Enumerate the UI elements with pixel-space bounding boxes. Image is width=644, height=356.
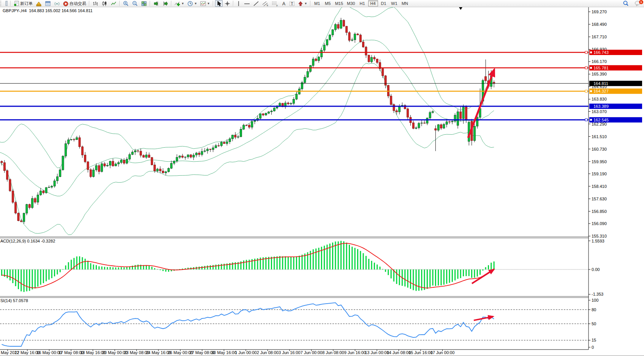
bar-chart-icon xyxy=(92,1,98,6)
horizontal-levels[interactable] xyxy=(0,51,589,121)
chart-shift-icon xyxy=(162,1,168,6)
templates-button[interactable]: ▼ xyxy=(199,0,211,7)
candles xyxy=(1,18,495,224)
horizontal-line-icon xyxy=(244,1,250,6)
price-tick: 167.710 xyxy=(592,35,607,39)
price-tick: 157.630 xyxy=(592,197,607,201)
notifications-button[interactable]: 1 xyxy=(633,0,642,7)
price-label-value: 162.545 xyxy=(593,118,609,122)
price-label-marker xyxy=(590,119,592,121)
zoom-in-button[interactable] xyxy=(122,0,130,7)
price-tick: 156.850 xyxy=(592,209,607,214)
toolbar-grip[interactable] xyxy=(0,1,3,6)
price-tick: 159.190 xyxy=(592,172,607,176)
cursor-icon xyxy=(216,1,222,6)
autotrade-label: 自动交易 xyxy=(70,1,86,6)
price-tick: 161.510 xyxy=(592,134,607,139)
time-label: 2 Jun 08:00 xyxy=(257,350,279,355)
clipped-toolbar-icon[interactable] xyxy=(3,0,9,7)
timeframe-button-H1[interactable]: H1 xyxy=(358,0,367,6)
chart-canvas[interactable]: 169.270168.490167.710166.930166.170165.3… xyxy=(0,0,644,356)
horizontal-line-tool-button[interactable] xyxy=(243,0,251,7)
new-order-button[interactable]: 新订单 xyxy=(13,0,34,7)
rsi-line xyxy=(2,303,494,347)
level-endpoint-marker[interactable] xyxy=(585,90,587,92)
price-label-marker xyxy=(590,67,592,69)
toolbar-separator xyxy=(119,1,120,6)
autotrade-button[interactable]: 自动交易 xyxy=(62,0,87,7)
price-label-value: 165.781 xyxy=(593,66,609,70)
timeframe-button-M5[interactable]: M5 xyxy=(323,0,333,6)
price-tick: 163.830 xyxy=(592,97,607,101)
time-label: 14 Jun 08:00 xyxy=(387,350,411,355)
text-tool-button[interactable]: A xyxy=(280,0,287,7)
price-tick: 168.490 xyxy=(592,22,607,27)
macd-tick: -1.353 xyxy=(592,292,603,296)
data-window-button[interactable] xyxy=(44,0,52,7)
periods-button[interactable]: ▼ xyxy=(186,0,198,7)
level-endpoint-marker[interactable] xyxy=(585,119,587,121)
time-axis[interactable]: May 202212 May 16:0016 May 00:0017 May 0… xyxy=(1,350,454,355)
rsi-tick: 15 xyxy=(592,338,596,342)
channel-tool-button[interactable]: E xyxy=(261,0,270,7)
market-watch-button[interactable] xyxy=(35,0,43,7)
indicators-button[interactable]: ▼ xyxy=(173,0,185,7)
data-window-icon xyxy=(45,1,51,6)
price-tick: 156.090 xyxy=(592,221,607,226)
svg-text:E: E xyxy=(267,4,268,6)
auto-scroll-button[interactable] xyxy=(152,0,160,7)
price-axis[interactable]: 169.270168.490167.710166.930166.170165.3… xyxy=(589,9,642,350)
toolbar-separator xyxy=(213,1,214,6)
rsi-tick: 0 xyxy=(592,345,594,350)
timeframe-button-MN[interactable]: MN xyxy=(400,0,410,6)
macd-indicator-label: ACD(12,26,9) 0.1634 -0.3282 xyxy=(0,239,55,243)
timeframe-button-W1[interactable]: W1 xyxy=(389,0,399,6)
price-label-value: 166.743 xyxy=(593,50,609,55)
line-chart-button[interactable] xyxy=(109,0,118,7)
fibonacci-tool-button[interactable]: F xyxy=(271,0,279,7)
crosshair-tool-button[interactable] xyxy=(223,0,231,7)
search-icon xyxy=(623,0,629,6)
timeframe-button-M15[interactable]: M15 xyxy=(334,0,345,6)
dropdown-caret-icon: ▼ xyxy=(304,2,307,5)
cursor-tool-button[interactable] xyxy=(215,0,223,7)
annotations[interactable] xyxy=(459,7,494,320)
vertical-line-tool-button[interactable] xyxy=(235,0,242,7)
level-endpoint-marker[interactable] xyxy=(585,51,587,54)
rsi-tick: 50 xyxy=(592,321,596,326)
level-endpoint-marker[interactable] xyxy=(585,67,587,69)
arrows-tool-button[interactable]: ▼ xyxy=(297,0,309,7)
trend-arrow-main[interactable] xyxy=(468,69,494,138)
trendline-tool-button[interactable] xyxy=(252,0,260,7)
equidistant-channel-icon: E xyxy=(262,1,269,6)
new-order-label: 新订单 xyxy=(20,1,33,6)
zoom-out-button[interactable] xyxy=(131,0,139,7)
bar-chart-button[interactable] xyxy=(91,0,100,7)
trend-arrow-macd[interactable] xyxy=(472,269,494,284)
crosshair-icon xyxy=(225,1,230,6)
time-label: 3 Jun 16:00 xyxy=(278,350,301,355)
chart-shift-button[interactable] xyxy=(161,0,169,7)
rsi-indicator-label: SI(14) 57.0578 xyxy=(0,298,28,303)
timeframe-button-M30[interactable]: M30 xyxy=(345,0,356,6)
timeframe-button-H4[interactable]: H4 xyxy=(368,0,378,6)
toolbar-separator xyxy=(10,1,11,6)
candlestick-chart-button[interactable] xyxy=(100,0,109,7)
macd-tick: 0.00 xyxy=(592,267,600,272)
text-label-tool-button[interactable]: T xyxy=(288,0,296,7)
tile-windows-button[interactable] xyxy=(140,0,148,7)
dropdown-caret-icon: ▼ xyxy=(194,2,197,5)
trendline-icon xyxy=(253,1,259,6)
timeframe-button-M1[interactable]: M1 xyxy=(312,0,322,6)
search-button[interactable] xyxy=(622,0,630,7)
market-watch-icon xyxy=(36,1,42,6)
arrow-objects-icon xyxy=(298,1,303,6)
price-tick: 155.310 xyxy=(592,234,607,238)
text-icon: A xyxy=(281,1,286,6)
chart-title: GBPJPY-,H4 164.883 165.002 164.566 164.8… xyxy=(3,8,93,13)
timeframe-group: M1M5M15M30H1H4D1W1MN xyxy=(312,0,410,6)
price-tick: 160.730 xyxy=(592,147,607,151)
timeframe-button-D1[interactable]: D1 xyxy=(379,0,389,6)
dropdown-caret-icon: ▼ xyxy=(181,2,184,5)
signals-button[interactable] xyxy=(53,0,61,7)
